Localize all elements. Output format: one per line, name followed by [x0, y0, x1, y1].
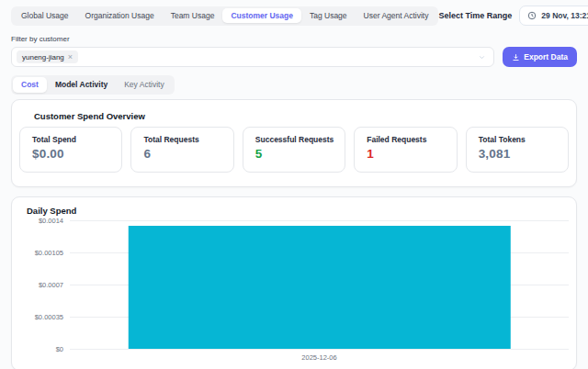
chevron-down-icon — [478, 53, 486, 62]
download-icon — [512, 53, 520, 62]
customer-chip: yuneng-jiang × — [17, 50, 78, 63]
stat-card-failed-requests: Failed Requests1 — [354, 127, 457, 173]
export-data-button[interactable]: Export Data — [503, 47, 577, 67]
y-axis-tick-label: $0.0007 — [39, 281, 63, 289]
tab-tag-usage[interactable]: Tag Usage — [301, 8, 356, 23]
tab-key-activity[interactable]: Key Activity — [116, 77, 172, 92]
stat-value: 5 — [255, 147, 345, 161]
stat-label: Total Requests — [143, 135, 232, 144]
customer-spend-overview-card: Customer Spend Overview Total Spend$0.00… — [11, 99, 577, 187]
y-axis-tick-label: $0.0014 — [39, 217, 63, 225]
gridline — [70, 349, 569, 350]
y-axis-tick-label: $0.00105 — [35, 249, 63, 257]
y-axis-tick-label: $0.00035 — [35, 313, 63, 321]
time-range-select[interactable]: 29 Nov, 13:21 - 6 Dec, 13:21 — [519, 6, 588, 26]
stat-card-total-tokens: Total Tokens3,081 — [466, 127, 569, 173]
spend-bar[interactable] — [128, 226, 510, 349]
stat-label: Total Spend — [32, 135, 121, 144]
customer-filter-input[interactable]: yuneng-jiang × — [11, 47, 494, 67]
view-tab-bar: CostModel ActivityKey Activity — [11, 75, 175, 95]
chip-remove-icon[interactable]: × — [68, 53, 73, 62]
overview-title: Customer Spend Overview — [34, 111, 569, 121]
tab-global-usage[interactable]: Global Usage — [13, 8, 77, 23]
stat-card-total-requests: Total Requests6 — [130, 127, 233, 173]
top-bar: Global UsageOrganization UsageTeam Usage… — [11, 6, 577, 26]
gridline — [70, 220, 569, 221]
usage-tab-bar: Global UsageOrganization UsageTeam Usage… — [11, 6, 438, 26]
stat-card-total-spend: Total Spend$0.00 — [19, 127, 122, 173]
stat-value: 1 — [367, 147, 456, 161]
tab-model-activity[interactable]: Model Activity — [47, 77, 116, 92]
tab-user-agent-activity[interactable]: User Agent Activity — [356, 8, 437, 23]
stats-row: Total Spend$0.00Total Requests6Successfu… — [19, 127, 569, 173]
export-data-label: Export Data — [524, 52, 568, 62]
x-axis-tick-label: 2025-12-06 — [301, 353, 336, 362]
tab-customer-usage[interactable]: Customer Usage — [222, 8, 301, 23]
tab-team-usage[interactable]: Team Usage — [163, 8, 223, 23]
daily-spend-chart: $0.0014$0.00105$0.0007$0.00035$02025-12-… — [70, 220, 569, 349]
stat-value: 3,081 — [479, 147, 568, 161]
tab-organization-usage[interactable]: Organization Usage — [77, 8, 163, 23]
time-range-group: Select Time Range 29 Nov, 13:21 - 6 Dec,… — [438, 6, 588, 26]
customer-chip-label: yuneng-jiang — [22, 53, 64, 62]
stat-label: Failed Requests — [367, 135, 456, 144]
usage-dashboard-page: Global UsageOrganization UsageTeam Usage… — [0, 0, 588, 369]
y-axis-tick-label: $0 — [56, 345, 63, 353]
tab-cost[interactable]: Cost — [13, 77, 47, 92]
time-range-value: 29 Nov, 13:21 - 6 Dec, 13:21 — [541, 11, 588, 20]
stat-card-successful-requests: Successful Requests5 — [243, 127, 345, 173]
stat-value: $0.00 — [32, 147, 121, 161]
clock-icon — [527, 11, 537, 20]
daily-spend-card: Daily Spend $0.0014$0.00105$0.0007$0.000… — [11, 196, 577, 369]
time-range-label: Select Time Range — [438, 11, 512, 20]
filter-by-customer-label: Filter by customer — [11, 35, 577, 43]
stat-label: Total Tokens — [479, 135, 568, 144]
stat-label: Successful Requests — [255, 135, 345, 144]
stat-value: 6 — [143, 147, 232, 161]
daily-spend-title: Daily Spend — [27, 206, 76, 216]
filter-row: yuneng-jiang × Export Data — [11, 47, 577, 67]
